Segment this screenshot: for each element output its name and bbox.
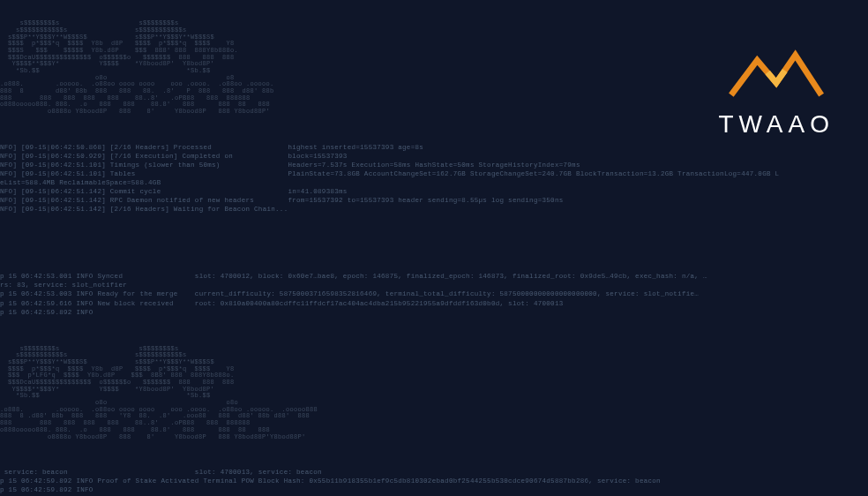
log-line: p 15 06:42:59.892 INFO Proof of Stake Ac… <box>0 477 868 485</box>
log-line: p 15 06:42:59.616 INFO New block receive… <box>0 299 868 308</box>
log-line: NFO] [09-15|06:42:51.142] [2/16 Headers]… <box>0 205 868 214</box>
log-line: p 15 06:42:53.001 INFO Synced slot: 4700… <box>0 272 868 281</box>
log-block-3: service: beacon slot: 4700013, service: … <box>0 468 868 494</box>
brand-logo: TWAAO <box>718 44 834 139</box>
log-line: p 15 06:42:59.892 INFO <box>0 308 868 317</box>
log-line: rs: 83, service: slot_notifier <box>0 281 868 289</box>
log-line: p 15 06:42:59.892 INFO <box>0 485 868 494</box>
mountain-logo-icon <box>724 44 828 106</box>
log-line: NFO] [09-15|06:42:51.101] Tables PlainSt… <box>0 169 868 178</box>
log-line: NFO] [09-15|06:42:51.142] Commit cycle i… <box>0 187 868 196</box>
log-line: eList=588.4MB ReclaimableSpace=588.4GB <box>0 178 868 187</box>
log-line: NFO] [09-15|06:42:51.142] RPC Daemon not… <box>0 196 868 205</box>
log-line: p 15 06:42:53.003 INFO Ready for the mer… <box>0 289 868 298</box>
ascii-art-bear-2: s$$$$$$$$s s$$$$$$$$s s$$$$$$$$$$$s s$$$… <box>0 346 868 441</box>
brand-name: TWAAO <box>718 109 834 139</box>
log-line: NFO] [09-15|06:42:50.868] [2/16 Headers]… <box>0 143 868 152</box>
log-block-2: p 15 06:42:53.001 INFO Synced slot: 4700… <box>0 272 868 317</box>
log-line: NFO] [09-15|06:42:50.929] [7/16 Executio… <box>0 152 868 161</box>
log-line: NFO] [09-15|06:42:51.101] Timings (slowe… <box>0 161 868 169</box>
log-block-1: NFO] [09-15|06:42:50.868] [2/16 Headers]… <box>0 143 868 214</box>
log-line: service: beacon slot: 4700013, service: … <box>0 468 868 477</box>
